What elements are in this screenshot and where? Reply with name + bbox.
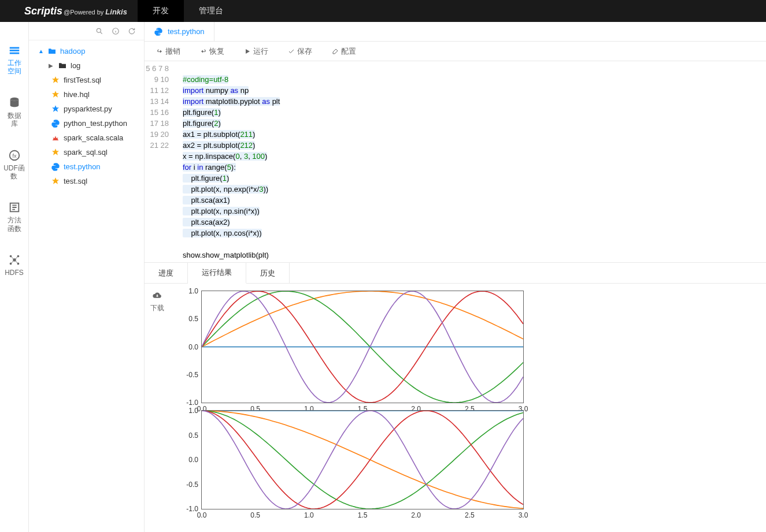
- rail-workspace[interactable]: 工作空间: [0, 37, 28, 90]
- result-body: 下载 -1.0-0.50.00.51.00.00.51.01.52.02.53.…: [145, 284, 766, 532]
- topnav-管理台[interactable]: 管理台: [184, 0, 238, 22]
- tree-file-spark_scala.scala[interactable]: spark_scala.scala: [29, 131, 144, 145]
- tree-file-hive.hql[interactable]: hive.hql: [29, 87, 144, 102]
- ytick: -0.5: [186, 481, 198, 489]
- redo-button[interactable]: 恢复: [200, 46, 224, 57]
- brand-link[interactable]: Linkis: [105, 8, 127, 16]
- charts-container: -1.0-0.50.00.51.00.00.51.01.52.02.53.0-1…: [170, 284, 766, 532]
- ytick: -0.5: [186, 371, 198, 379]
- top-nav: 开发管理台: [138, 0, 238, 22]
- ytick: 0.5: [188, 315, 198, 323]
- file-tabs: test.python: [145, 22, 766, 42]
- svg-point-13: [97, 28, 101, 32]
- rail-hdfs[interactable]: HDFS: [0, 247, 28, 291]
- topnav-开发[interactable]: 开发: [138, 0, 184, 22]
- rail-database[interactable]: 数据库: [0, 90, 28, 142]
- code-content[interactable]: #coding=utf-8 import numpy as np import …: [177, 61, 766, 262]
- code-editor[interactable]: 5 6 7 8 9 10 11 12 13 14 15 16 17 18 19 …: [145, 61, 766, 263]
- main-pane: test.python 撤销 恢复 运行 保存 配置 5 6 7 8 9 10 …: [145, 22, 766, 532]
- search-icon[interactable]: [95, 27, 103, 35]
- ytick: 0.0: [188, 456, 198, 464]
- xtick: 3.0: [519, 511, 528, 519]
- database-icon: [8, 96, 21, 109]
- line-gutter: 5 6 7 8 9 10 11 12 13 14 15 16 17 18 19 …: [145, 61, 177, 262]
- xtick: 2.0: [411, 511, 421, 519]
- svg-point-0: [10, 98, 18, 101]
- tree-file-python_test.python[interactable]: python_test.python: [29, 116, 144, 131]
- python-icon: [154, 27, 163, 36]
- file-explorer: ▲hadoop▶logfirstTest.sqlhive.hqlpysparkt…: [29, 22, 145, 532]
- svg-text:fx: fx: [12, 152, 17, 158]
- refresh-icon[interactable]: [128, 27, 136, 35]
- rail-udf[interactable]: fxUDF函数: [0, 142, 28, 195]
- file-tree: ▲hadoop▶logfirstTest.sqlhive.hqlpysparkt…: [29, 40, 144, 192]
- chart-0: -1.0-0.50.00.51.00.00.51.01.52.02.53.0: [201, 291, 524, 403]
- ytick: 1.0: [188, 287, 198, 295]
- tree-file-spark_sql.sql[interactable]: spark_sql.sql: [29, 145, 144, 159]
- result-tabs: 进度运行结果历史: [145, 263, 766, 284]
- ytick: 0.0: [188, 343, 198, 351]
- xtick: 1.0: [304, 511, 314, 519]
- config-button[interactable]: 配置: [332, 46, 356, 57]
- left-rail: 工作空间数据库fxUDF函数方法函数HDFS: [0, 22, 29, 532]
- result-tab-运行结果[interactable]: 运行结果: [188, 263, 246, 284]
- tree-file-pysparktest.py[interactable]: pysparktest.py: [29, 102, 144, 116]
- result-tab-历史[interactable]: 历史: [246, 263, 290, 283]
- download-label: 下载: [150, 303, 164, 313]
- editor-toolbar: 撤销 恢复 运行 保存 配置: [145, 42, 766, 61]
- top-bar: Scriptis @Powered by Linkis 开发管理台: [0, 0, 766, 22]
- download-button[interactable]: 下载: [145, 284, 170, 532]
- file-tab-label: test.python: [168, 27, 205, 36]
- brand: Scriptis @Powered by Linkis: [0, 5, 138, 17]
- tree-folder-log[interactable]: ▶log: [29, 58, 144, 73]
- tree-file-firstTest.sql[interactable]: firstTest.sql: [29, 73, 144, 87]
- xtick: 1.5: [358, 511, 368, 519]
- rail-method[interactable]: 方法函数: [0, 194, 28, 247]
- save-button[interactable]: 保存: [288, 46, 312, 57]
- svg-line-9: [10, 256, 14, 260]
- ytick: 0.5: [188, 431, 198, 440]
- explorer-toolbar: [29, 22, 144, 40]
- workspace-icon: [8, 44, 21, 57]
- undo-button[interactable]: 撤销: [156, 46, 180, 57]
- xtick: 0.0: [197, 511, 207, 519]
- hdfs-icon: [8, 254, 21, 266]
- svg-line-12: [14, 260, 18, 263]
- xtick: 0.5: [250, 511, 260, 519]
- result-tab-进度[interactable]: 进度: [145, 263, 188, 283]
- udf-icon: fx: [8, 149, 21, 162]
- file-tab-test-python[interactable]: test.python: [145, 22, 214, 41]
- cloud-download-icon: [152, 291, 162, 301]
- run-button[interactable]: 运行: [244, 46, 268, 57]
- chart-1: -1.0-0.50.00.51.00.00.51.01.52.02.53.0: [201, 410, 524, 509]
- svg-line-14: [101, 32, 102, 34]
- brand-powered: @Powered by: [64, 9, 103, 16]
- svg-line-11: [10, 260, 14, 263]
- info-icon[interactable]: [112, 27, 120, 35]
- ytick: 1.0: [188, 407, 198, 415]
- svg-line-10: [14, 256, 18, 260]
- tree-file-test.sql[interactable]: test.sql: [29, 174, 144, 188]
- tree-file-test.python[interactable]: test.python: [29, 159, 144, 174]
- xtick: 2.5: [465, 511, 475, 519]
- method-icon: [8, 201, 21, 214]
- tree-folder-root[interactable]: ▲hadoop: [29, 44, 144, 58]
- brand-name: Scriptis: [24, 5, 62, 17]
